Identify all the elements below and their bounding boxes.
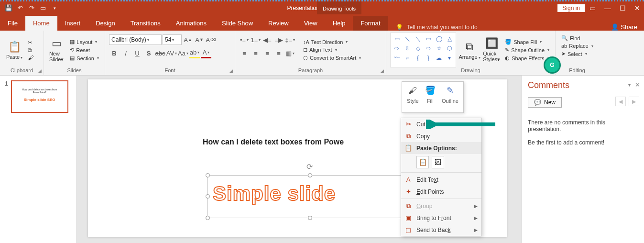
line-spacing-button[interactable]: ‡≡ [285, 34, 295, 45]
undo-icon[interactable]: ↶ [16, 4, 24, 12]
paste-picture[interactable]: 🖼 [432, 156, 444, 168]
resize-handle-bm[interactable] [308, 216, 312, 220]
copy-icon[interactable]: ⧉ [28, 47, 33, 54]
new-slide-button[interactable]: ▭ New Slide▾ [48, 33, 65, 67]
shape-effects-button[interactable]: ◐Shape Effects [503, 55, 551, 62]
wordart-text[interactable]: Simple slide [208, 176, 413, 212]
paste-button[interactable]: 📋 Paste [4, 33, 25, 67]
shape-rect2-icon[interactable]: ▭ [424, 34, 433, 43]
font-size-combo[interactable]: 54 [163, 34, 182, 45]
align-center-icon[interactable]: ≡ [251, 48, 261, 58]
slide-heading-text[interactable]: How can I delete text boxes from Powe [203, 138, 344, 146]
start-from-beginning-icon[interactable]: ▭ [39, 4, 47, 12]
section-button[interactable]: ▤Section [68, 55, 101, 62]
mini-style-button[interactable]: 🖌Style [407, 85, 418, 110]
shape-callout-icon[interactable]: ☁ [434, 54, 444, 62]
italic-button[interactable]: I [120, 48, 131, 58]
mini-fill-button[interactable]: 🪣Fill [425, 85, 436, 110]
shape-fill-button[interactable]: 🪣Shape Fill [503, 38, 551, 45]
tab-help[interactable]: Help [325, 16, 353, 31]
shape-hex-icon[interactable]: ⬡ [445, 44, 454, 53]
resize-handle-bl[interactable] [206, 216, 210, 220]
underline-button[interactable]: U [132, 48, 142, 58]
tab-insert[interactable]: Insert [57, 16, 88, 31]
rotate-handle-icon[interactable]: ⟳ [306, 162, 313, 171]
tab-transitions[interactable]: Transitions [123, 16, 168, 31]
tab-slideshow[interactable]: Slide Show [214, 16, 261, 31]
slide-thumbnail-1[interactable]: How can I delete text boxes from PowerPo… [11, 80, 68, 113]
context-send-to-back[interactable]: ▢Send to Back▶ [401, 224, 481, 236]
decrease-indent-icon[interactable]: ◀≡ [262, 34, 273, 45]
new-comment-button[interactable]: 💬 New [528, 97, 562, 108]
shape-brace-icon[interactable]: { [413, 54, 423, 62]
reset-button[interactable]: ⟲Reset [68, 46, 101, 54]
selected-textbox[interactable]: ⟳ Simple slide [207, 175, 413, 218]
shape-more-icon[interactable]: ▾ [445, 54, 454, 62]
context-group[interactable]: ⧉Group▶ [401, 200, 481, 212]
shape-arrow-r-icon[interactable]: ⇨ [392, 44, 402, 53]
ribbon-display-icon[interactable]: ▭ [589, 4, 596, 12]
tab-view[interactable]: View [296, 16, 325, 31]
grammarly-icon[interactable]: G [544, 56, 561, 74]
shape-line-icon[interactable]: ＼ [403, 34, 412, 43]
clipboard-launcher-icon[interactable]: ◢ [38, 68, 42, 73]
tab-format[interactable]: Format [353, 16, 388, 31]
text-direction-button[interactable]: ↕AText Direction [301, 39, 363, 45]
decrease-font-icon[interactable]: A▼ [194, 34, 205, 45]
qat-customize-icon[interactable]: ▾ [51, 4, 58, 12]
format-painter-icon[interactable]: 🖌 [28, 55, 33, 61]
tab-animations[interactable]: Animations [168, 16, 214, 31]
context-edit-text[interactable]: AEdit Text [401, 174, 481, 186]
paste-use-destination-theme[interactable]: 📋 [416, 156, 429, 168]
shapes-gallery[interactable]: ▭＼＼▭◯△ ⇨⇩◇⇨☆⬡ 〰⌐{}☁▾ [390, 33, 456, 67]
shape-brace2-icon[interactable]: } [424, 54, 433, 62]
tab-review[interactable]: Review [261, 16, 296, 31]
context-edit-points[interactable]: ✦Edit Points [401, 186, 481, 198]
justify-icon[interactable]: ≡ [273, 48, 284, 58]
slide-editor[interactable]: How can I delete text boxes from Powe ⟳ … [76, 76, 522, 243]
shape-arrow2-icon[interactable]: ⇨ [424, 44, 433, 53]
tell-me-search[interactable]: 💡 Tell me what you want to do [388, 24, 485, 31]
find-button[interactable]: 🔍Find [559, 34, 595, 42]
columns-button[interactable]: ▥ [285, 48, 295, 58]
char-spacing-button[interactable]: AV [166, 48, 177, 58]
align-right-icon[interactable]: ≡ [262, 48, 273, 58]
shape-rect-icon[interactable]: ▭ [392, 34, 402, 43]
tab-file[interactable]: File [0, 16, 25, 31]
numbering-button[interactable]: 1≡ [251, 34, 261, 45]
shape-oval-icon[interactable]: ◯ [434, 34, 444, 43]
bullets-button[interactable]: •≡ [239, 34, 250, 45]
font-name-combo[interactable]: Calibri (Body) [109, 34, 162, 45]
resize-handle-tm[interactable] [308, 173, 312, 177]
resize-handle-ml[interactable] [206, 194, 210, 199]
prev-comment-button[interactable]: ◀ [615, 97, 626, 106]
font-color-button[interactable]: A [201, 48, 211, 58]
shape-connector-icon[interactable]: ⌐ [403, 54, 412, 62]
select-button[interactable]: ➤Select [559, 50, 595, 57]
shape-outline-button[interactable]: ✎Shape Outline [503, 46, 551, 54]
highlight-button[interactable]: ab [189, 48, 200, 58]
shape-curve-icon[interactable]: 〰 [392, 54, 402, 62]
font-launcher-icon[interactable]: ◢ [229, 68, 233, 73]
context-bring-to-front[interactable]: ▣Bring to Front▶ [401, 212, 481, 224]
paragraph-launcher-icon[interactable]: ◢ [381, 68, 384, 73]
increase-indent-icon[interactable]: ≡▶ [273, 34, 284, 45]
save-icon[interactable]: 💾 [5, 4, 12, 12]
align-text-button[interactable]: ⊟Align Text [301, 46, 363, 54]
next-comment-button[interactable]: ▶ [629, 97, 639, 106]
share-button[interactable]: 👤 Share [604, 23, 644, 31]
arrange-button[interactable]: ⧉ Arrange [459, 33, 480, 67]
shape-star-icon[interactable]: ☆ [434, 44, 444, 53]
shadow-button[interactable]: S [143, 48, 154, 58]
minimize-icon[interactable]: — [604, 4, 611, 12]
quick-styles-button[interactable]: 🔲 Quick Styles▾ [483, 33, 500, 67]
resize-handle-tl[interactable] [206, 173, 210, 177]
shape-line2-icon[interactable]: ＼ [413, 34, 423, 43]
tab-design[interactable]: Design [88, 16, 122, 31]
comments-close-icon[interactable]: ✕ [635, 81, 640, 88]
mini-outline-button[interactable]: ✎Outline [442, 85, 458, 110]
shape-diamond-icon[interactable]: ◇ [413, 44, 423, 53]
comments-options-icon[interactable]: ▾ [628, 82, 631, 88]
replace-button[interactable]: abReplace [559, 43, 595, 49]
change-case-button[interactable]: Aa [178, 48, 188, 58]
